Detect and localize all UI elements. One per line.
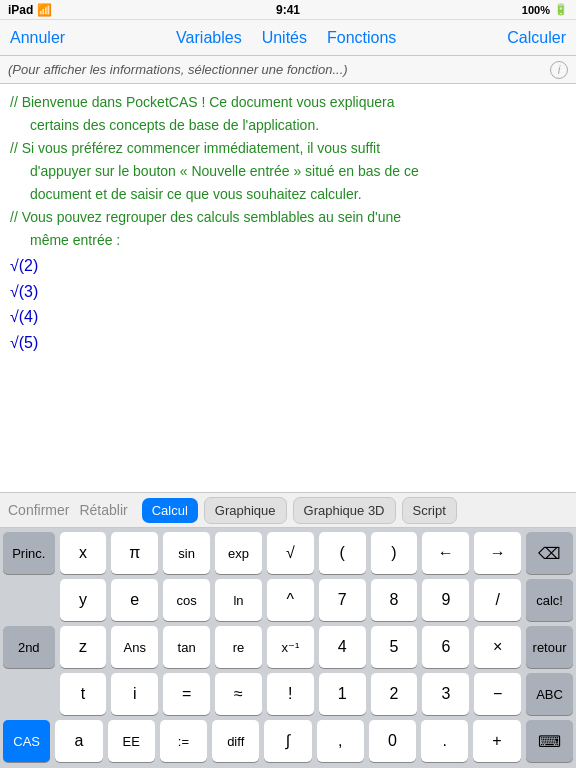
key-plus[interactable]: +	[473, 720, 520, 762]
calculer-button[interactable]: Calculer	[507, 29, 566, 47]
key-4[interactable]: 4	[319, 626, 366, 668]
key-minus[interactable]: −	[474, 673, 521, 715]
key-left-arrow[interactable]: ←	[422, 532, 469, 574]
key-assign[interactable]: :=	[160, 720, 207, 762]
info-icon[interactable]: i	[550, 61, 568, 79]
key-backspace[interactable]: ⌫	[526, 532, 573, 574]
key-dot[interactable]: .	[421, 720, 468, 762]
fonctions-button[interactable]: Fonctions	[327, 29, 396, 47]
content-area: // Bienvenue dans PocketCAS ! Ce documen…	[0, 84, 576, 414]
key-close-paren[interactable]: )	[371, 532, 418, 574]
top-nav: Annuler Variables Unités Fonctions Calcu…	[0, 20, 576, 56]
key-6[interactable]: 6	[422, 626, 469, 668]
key-row-4: t i = ≈ ! 1 2 3 − ABC	[3, 673, 573, 715]
key-0[interactable]: 0	[369, 720, 416, 762]
key-ans[interactable]: Ans	[111, 626, 158, 668]
math-line-1: √(2)	[10, 253, 566, 279]
key-row-3: 2nd z Ans tan re x⁻¹ 4 5 6 × retour	[3, 626, 573, 668]
battery-icon: 🔋	[554, 3, 568, 16]
tab-script[interactable]: Script	[402, 497, 457, 524]
key-calc[interactable]: calc!	[526, 579, 573, 621]
key-row-1: Princ. x π sin exp √ ( ) ← → ⌫	[3, 532, 573, 574]
retablir-button[interactable]: Rétablir	[79, 502, 127, 518]
math-line-4: √(5)	[10, 330, 566, 356]
key-re[interactable]: re	[215, 626, 262, 668]
key-tan[interactable]: tan	[163, 626, 210, 668]
key-comma[interactable]: ,	[317, 720, 364, 762]
key-cas[interactable]: CAS	[3, 720, 50, 762]
time-label: 9:41	[276, 3, 300, 17]
math-line-3: √(4)	[10, 304, 566, 330]
content-line-1: // Bienvenue dans PocketCAS ! Ce documen…	[10, 92, 566, 113]
key-integral[interactable]: ∫	[264, 720, 311, 762]
key-z[interactable]: z	[60, 626, 107, 668]
content-line-4: d'appuyer sur le bouton « Nouvelle entré…	[10, 161, 566, 182]
key-t[interactable]: t	[60, 673, 107, 715]
key-princ[interactable]: Princ.	[3, 532, 55, 574]
key-5[interactable]: 5	[371, 626, 418, 668]
key-approx[interactable]: ≈	[215, 673, 262, 715]
key-multiply[interactable]: ×	[474, 626, 521, 668]
key-pi[interactable]: π	[111, 532, 158, 574]
confirmer-button[interactable]: Confirmer	[8, 502, 69, 518]
key-9[interactable]: 9	[422, 579, 469, 621]
key-2[interactable]: 2	[371, 673, 418, 715]
info-text: (Pour afficher les informations, sélecti…	[8, 62, 348, 77]
content-line-6: // Vous pouvez regrouper des calculs sem…	[10, 207, 566, 228]
variables-button[interactable]: Variables	[176, 29, 242, 47]
key-exp[interactable]: exp	[215, 532, 262, 574]
content-line-5: document et de saisir ce que vous souhai…	[10, 184, 566, 205]
key-divide[interactable]: /	[474, 579, 521, 621]
key-equals[interactable]: =	[163, 673, 210, 715]
key-xinv[interactable]: x⁻¹	[267, 626, 314, 668]
key-a[interactable]: a	[55, 720, 102, 762]
key-sin[interactable]: sin	[163, 532, 210, 574]
tab-graphique[interactable]: Graphique	[204, 497, 287, 524]
key-e[interactable]: e	[111, 579, 158, 621]
wifi-icon: 📶	[37, 3, 52, 17]
key-y[interactable]: y	[60, 579, 107, 621]
key-factorial[interactable]: !	[267, 673, 314, 715]
key-ln[interactable]: ln	[215, 579, 262, 621]
math-line-2: √(3)	[10, 279, 566, 305]
carrier-label: iPad	[8, 3, 33, 17]
key-cos[interactable]: cos	[163, 579, 210, 621]
tab-calcul[interactable]: Calcul	[142, 498, 198, 523]
key-open-paren[interactable]: (	[319, 532, 366, 574]
battery-label: 100%	[522, 4, 550, 16]
key-right-arrow[interactable]: →	[474, 532, 521, 574]
unites-button[interactable]: Unités	[262, 29, 307, 47]
content-line-3: // Si vous préférez commencer immédiatem…	[10, 138, 566, 159]
key-i[interactable]: i	[111, 673, 158, 715]
tab-graphique3d[interactable]: Graphique 3D	[293, 497, 396, 524]
keyboard-area: Confirmer Rétablir Calcul Graphique Grap…	[0, 492, 576, 768]
key-abc[interactable]: ABC	[526, 673, 573, 715]
key-1[interactable]: 1	[319, 673, 366, 715]
key-row-5: CAS a EE := diff ∫ , 0 . + ⌨	[3, 720, 573, 762]
key-caret[interactable]: ^	[267, 579, 314, 621]
key-retour[interactable]: retour	[526, 626, 573, 668]
annuler-button[interactable]: Annuler	[10, 29, 65, 47]
key-ee[interactable]: EE	[108, 720, 155, 762]
key-keyboard[interactable]: ⌨	[526, 720, 573, 762]
key-sqrt[interactable]: √	[267, 532, 314, 574]
key-3[interactable]: 3	[422, 673, 469, 715]
key-2nd[interactable]: 2nd	[3, 626, 55, 668]
info-bar: (Pour afficher les informations, sélecti…	[0, 56, 576, 84]
content-line-2: certains des concepts de base de l'appli…	[10, 115, 566, 136]
key-7[interactable]: 7	[319, 579, 366, 621]
key-8[interactable]: 8	[371, 579, 418, 621]
status-bar: iPad 📶 9:41 100% 🔋	[0, 0, 576, 20]
key-row-2: y e cos ln ^ 7 8 9 / calc!	[3, 579, 573, 621]
keyboard: Princ. x π sin exp √ ( ) ← → ⌫ y e cos l…	[0, 528, 576, 768]
content-line-7: même entrée :	[10, 230, 566, 251]
key-x[interactable]: x	[60, 532, 107, 574]
calc-tabs: Confirmer Rétablir Calcul Graphique Grap…	[0, 492, 576, 528]
key-diff[interactable]: diff	[212, 720, 259, 762]
